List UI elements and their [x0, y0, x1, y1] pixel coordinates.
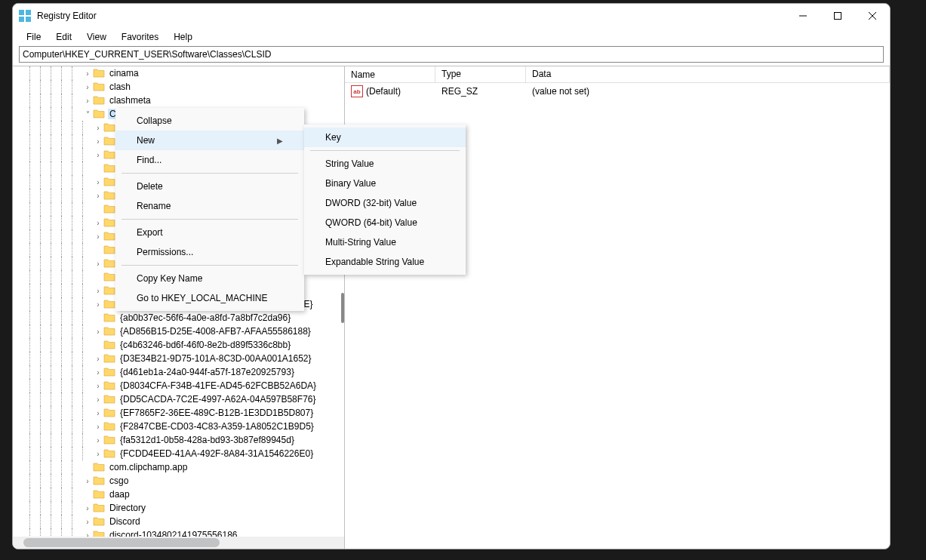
tree-item[interactable]: ›{D8034CFA-F34B-41FE-AD45-62FCBB52A6DA} — [13, 379, 344, 392]
expand-toggle[interactable]: › — [82, 504, 93, 512]
tree-item[interactable]: ›{EF7865F2-36EE-489C-B12B-1E3DD1B5D807} — [13, 406, 344, 420]
tree-item[interactable]: ›{d461eb1a-24a0-944f-a57f-187e20925793} — [13, 365, 344, 379]
ctx-new-binary[interactable]: Binary Value — [304, 174, 466, 193]
expand-toggle[interactable]: › — [93, 151, 103, 159]
expand-toggle[interactable]: › — [93, 232, 103, 241]
ctx-permissions[interactable]: Permissions... — [115, 242, 304, 262]
menu-file[interactable]: File — [19, 30, 48, 44]
tree-item-label: clashmeta — [108, 95, 152, 106]
expand-toggle[interactable]: › — [93, 436, 103, 445]
expand-toggle[interactable]: › — [82, 518, 93, 526]
tree-item[interactable]: ›{D3E34B21-9D75-101A-8C3D-00AA001A1652} — [13, 352, 344, 365]
column-name[interactable]: Name — [345, 66, 435, 82]
expand-toggle[interactable]: › — [93, 124, 103, 132]
expand-toggle[interactable]: › — [93, 355, 103, 363]
tree-item[interactable]: daap — [13, 488, 344, 501]
folder-icon — [103, 435, 115, 445]
expand-toggle[interactable]: ˅ — [82, 110, 93, 118]
expand-toggle[interactable]: › — [93, 382, 103, 390]
expand-toggle[interactable]: › — [82, 69, 93, 78]
expand-toggle[interactable]: › — [82, 477, 93, 485]
regedit-icon — [19, 10, 31, 22]
expand-toggle[interactable]: › — [93, 137, 103, 146]
tree-item-label: discord-1034802141975556186 — [108, 530, 238, 537]
ctx-new-multi-string[interactable]: Multi-String Value — [304, 232, 466, 252]
ctx-new-qword[interactable]: QWORD (64-bit) Value — [304, 213, 466, 232]
expand-toggle[interactable]: › — [93, 192, 103, 200]
tree-item[interactable]: ›{DD5CACDA-7C2E-4997-A62A-04A597B58F76} — [13, 392, 344, 406]
context-menu: Collapse New▶ Find... Delete Rename Expo… — [115, 108, 304, 311]
ctx-copy-key-name[interactable]: Copy Key Name — [115, 269, 304, 288]
expand-toggle[interactable]: › — [93, 178, 103, 186]
folder-icon — [103, 149, 115, 160]
scrollbar-thumb[interactable] — [23, 538, 220, 547]
folder-icon — [103, 122, 115, 133]
expand-toggle[interactable]: › — [93, 395, 103, 404]
expand-toggle[interactable]: › — [93, 368, 103, 377]
ctx-collapse[interactable]: Collapse — [115, 111, 304, 131]
tree-item[interactable]: ›clash — [13, 80, 344, 94]
expand-toggle[interactable]: › — [93, 219, 103, 227]
tree-item[interactable]: ›cinama — [13, 66, 344, 80]
tree-item[interactable]: ›discord-1034802141975556186 — [13, 528, 344, 537]
string-value-icon: ab — [351, 85, 363, 97]
horizontal-scrollbar[interactable] — [13, 537, 344, 549]
expand-toggle[interactable]: › — [93, 450, 103, 458]
expand-toggle[interactable]: › — [82, 531, 93, 537]
maximize-button[interactable] — [820, 4, 855, 28]
tree-item[interactable]: {ab0b37ec-56f6-4a0e-a8fd-7a8bf7c2da96} — [13, 311, 344, 325]
folder-icon — [103, 326, 115, 337]
tree-item[interactable]: ›{F2847CBE-CD03-4C83-A359-1A8052C1B9D5} — [13, 420, 344, 433]
close-button[interactable] — [855, 4, 890, 28]
tree-item[interactable]: ›csgo — [13, 474, 344, 488]
folder-icon — [93, 530, 105, 537]
expand-toggle[interactable]: › — [93, 409, 103, 417]
tree-item-label: Discord — [108, 516, 142, 527]
ctx-new[interactable]: New▶ — [115, 131, 304, 150]
tree-item[interactable]: ›Directory — [13, 501, 344, 515]
separator — [122, 265, 298, 266]
folder-icon — [103, 285, 115, 296]
value-row[interactable]: ab (Default) REG_SZ (value not set) — [345, 83, 890, 100]
expand-toggle[interactable]: › — [82, 97, 93, 105]
separator — [122, 173, 298, 174]
tree-item[interactable]: ›{AD856B15-D25E-4008-AFB7-AFAA55586188} — [13, 325, 344, 338]
folder-icon — [103, 421, 115, 432]
tree-item[interactable]: ›{FCDD4EED-41AA-492F-8A84-31A1546226E0} — [13, 447, 344, 460]
expand-toggle[interactable]: › — [93, 423, 103, 431]
tree-item[interactable]: ›{fa5312d1-0b58-428a-bd93-3b87ef89945d} — [13, 433, 344, 447]
menu-edit[interactable]: Edit — [48, 30, 79, 44]
folder-icon — [103, 245, 115, 255]
ctx-delete[interactable]: Delete — [115, 177, 304, 196]
menu-help[interactable]: Help — [166, 30, 200, 44]
ctx-goto-hklm[interactable]: Go to HKEY_LOCAL_MACHINE — [115, 288, 304, 308]
column-data[interactable]: Data — [526, 66, 890, 82]
ctx-new-string[interactable]: String Value — [304, 154, 466, 174]
expand-toggle[interactable]: › — [93, 260, 103, 268]
ctx-find[interactable]: Find... — [115, 150, 304, 170]
tree-item[interactable]: ›Discord — [13, 515, 344, 528]
tree-item[interactable]: ›clashmeta — [13, 94, 344, 107]
tree-item-label: {D3E34B21-9D75-101A-8C3D-00AA001A1652} — [118, 353, 313, 364]
ctx-rename[interactable]: Rename — [115, 196, 304, 216]
folder-icon — [103, 367, 115, 377]
ctx-export[interactable]: Export — [115, 223, 304, 242]
column-type[interactable]: Type — [435, 66, 526, 82]
ctx-new-dword[interactable]: DWORD (32-bit) Value — [304, 193, 466, 213]
tree-item-label: cinama — [108, 68, 140, 78]
expand-toggle[interactable]: › — [82, 83, 93, 91]
tree-item[interactable]: {c4b63246-bd6f-46f0-8e2b-d89f5336c8bb} — [13, 338, 344, 352]
expand-toggle[interactable]: › — [93, 300, 103, 309]
address-path: Computer\HKEY_CURRENT_USER\Software\Clas… — [23, 49, 271, 60]
menu-view[interactable]: View — [79, 30, 114, 44]
tree-item[interactable]: com.clipchamp.app — [13, 460, 344, 474]
expand-toggle[interactable]: › — [93, 328, 103, 336]
ctx-new-key[interactable]: Key — [304, 128, 466, 147]
ctx-new-expandable-string[interactable]: Expandable String Value — [304, 252, 466, 272]
window-title: Registry Editor — [37, 11, 97, 21]
splitter-grip[interactable] — [341, 293, 344, 323]
address-bar[interactable]: Computer\HKEY_CURRENT_USER\Software\Clas… — [19, 46, 884, 63]
menu-favorites[interactable]: Favorites — [114, 30, 166, 44]
expand-toggle[interactable]: › — [93, 287, 103, 295]
minimize-button[interactable] — [786, 4, 820, 28]
